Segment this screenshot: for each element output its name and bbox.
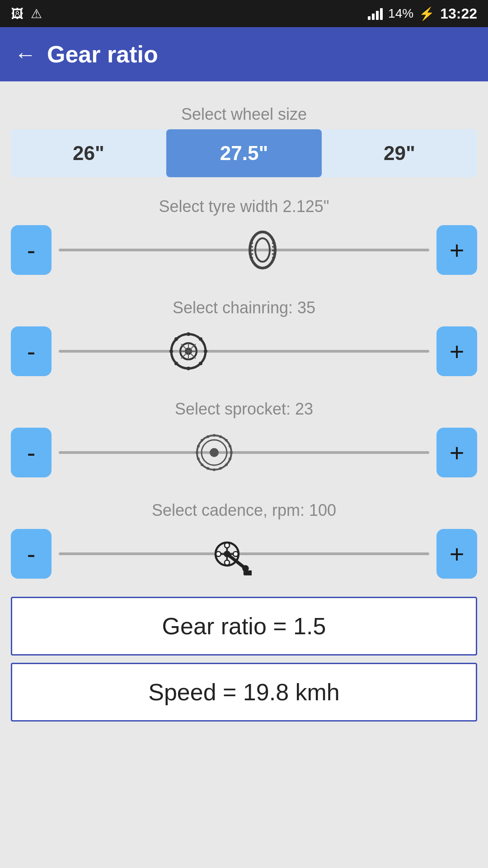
tyre-width-section: Select tyre width 2.125" - [11, 188, 477, 278]
cadence-section: Select cadence, rpm: 100 - [11, 492, 477, 582]
svg-point-20 [199, 362, 202, 365]
svg-point-35 [225, 463, 228, 466]
wheel-option-26[interactable]: 26" [11, 129, 166, 177]
main-content: Select wheel size 26" 27.5" 29" Select t… [0, 81, 488, 868]
wheel-option-29[interactable]: 29" [322, 129, 477, 177]
svg-point-50 [225, 560, 230, 565]
svg-point-16 [187, 367, 190, 370]
svg-point-1 [255, 238, 270, 262]
svg-point-38 [206, 435, 209, 438]
sprocket-icon [194, 432, 235, 473]
svg-point-49 [225, 543, 230, 548]
svg-point-41 [219, 467, 222, 470]
chainring-slider[interactable] [59, 326, 429, 376]
svg-point-19 [174, 337, 178, 341]
wheel-option-27-5[interactable]: 27.5" [166, 129, 322, 177]
cadence-icon [206, 533, 252, 579]
svg-point-33 [230, 451, 233, 454]
svg-point-36 [225, 439, 228, 442]
svg-point-17 [169, 349, 173, 353]
cadence-label: Select cadence, rpm: 100 [11, 492, 477, 525]
chainring-minus-button[interactable]: - [11, 326, 52, 376]
cadence-plus-button[interactable]: + [436, 529, 477, 579]
svg-point-40 [206, 467, 209, 470]
chainring-icon [168, 331, 209, 372]
back-button[interactable]: ← [14, 42, 36, 67]
battery-icon: ⚡ [419, 6, 435, 21]
chainring-label: Select chainring: 35 [11, 289, 477, 323]
status-bar: 🖼 ⚠ 14% ⚡ 13:22 [0, 0, 488, 27]
time-display: 13:22 [440, 5, 477, 22]
svg-point-18 [204, 349, 207, 353]
svg-point-37 [201, 463, 203, 466]
svg-point-44 [229, 445, 231, 448]
sprocket-label: Select sprocket: 23 [11, 391, 477, 424]
sprocket-slider[interactable] [59, 428, 429, 477]
svg-point-31 [213, 468, 216, 471]
tyre-width-row: - [11, 222, 477, 278]
tyre-width-plus-button[interactable]: + [436, 225, 477, 275]
svg-rect-56 [244, 571, 252, 576]
chainring-row: - [11, 323, 477, 380]
tyre-width-slider[interactable] [59, 225, 429, 275]
svg-point-15 [187, 332, 190, 336]
tyre-width-minus-button[interactable]: - [11, 225, 52, 275]
svg-point-52 [233, 552, 238, 557]
sprocket-plus-button[interactable]: + [436, 428, 477, 477]
wheel-size-label: Select wheel size [11, 96, 477, 129]
app-bar: ← Gear ratio [0, 27, 488, 81]
status-icons: 🖼 ⚠ [11, 6, 42, 21]
svg-point-42 [197, 445, 200, 448]
signal-strength-icon [368, 7, 383, 20]
cadence-slider[interactable] [59, 529, 429, 579]
chainring-section: Select chainring: 35 - [11, 289, 477, 380]
svg-point-22 [174, 362, 178, 365]
speed-result: Speed = 19.8 kmh [11, 663, 477, 722]
app-bar-title: Gear ratio [47, 41, 158, 68]
wheel-size-selector: 26" 27.5" 29" [11, 129, 477, 177]
gear-ratio-result: Gear ratio = 1.5 [11, 597, 477, 656]
svg-point-32 [196, 451, 198, 454]
svg-point-21 [199, 337, 202, 341]
svg-point-43 [197, 458, 200, 460]
svg-point-51 [216, 552, 221, 557]
svg-point-34 [201, 439, 203, 442]
status-right: 14% ⚡ 13:22 [368, 5, 477, 22]
chainring-plus-button[interactable]: + [436, 326, 477, 376]
tyre-width-label: Select tyre width 2.125" [11, 188, 477, 222]
svg-point-45 [229, 458, 231, 460]
svg-point-30 [213, 434, 216, 437]
cadence-minus-button[interactable]: - [11, 529, 52, 579]
svg-point-39 [219, 435, 222, 438]
cadence-row: - [11, 525, 477, 582]
image-icon: 🖼 [11, 6, 23, 21]
battery-percentage: 14% [388, 6, 413, 21]
sprocket-row: - [11, 424, 477, 481]
warning-icon: ⚠ [31, 6, 42, 21]
svg-point-29 [210, 448, 219, 457]
tyre-icon [247, 230, 278, 270]
sprocket-section: Select sprocket: 23 - [11, 391, 477, 481]
sprocket-minus-button[interactable]: - [11, 428, 52, 477]
